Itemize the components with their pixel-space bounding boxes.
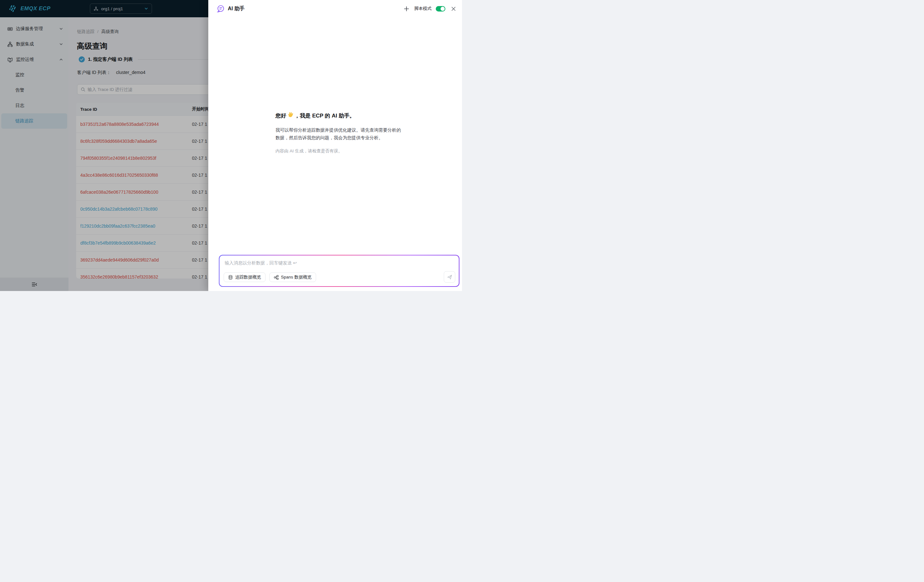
toggle-knob [441, 7, 445, 11]
close-icon [451, 6, 456, 12]
trace-data-overview-button[interactable]: 追踪数据概览 [224, 273, 266, 282]
assistant-welcome-message: 您好，我是 ECP 的 AI 助手。 我可以帮你分析追踪数据并提供优化建议。请先… [276, 112, 401, 159]
new-chat-button[interactable] [403, 5, 410, 13]
message-composer[interactable]: 输入消息以分析数据，回车键发送 ↩ 追踪数据概览 [219, 255, 459, 287]
composer-placeholder: 输入消息以分析数据，回车键发送 ↩ [224, 260, 297, 266]
app-window: EMQX ECP org1 / proj1 边缘服务管理 [0, 0, 462, 291]
plus-icon [403, 6, 409, 12]
send-message-button[interactable] [444, 271, 455, 283]
panel-header: AI 助手 脚本模式 [208, 0, 462, 17]
script-mode-label: 脚本模式 [414, 6, 432, 12]
ai-assistant-panel: AI 助手 脚本模式 您好，我是 ECP 的 AI [208, 0, 462, 291]
database-icon [228, 275, 233, 280]
ai-chat-bubble-icon [216, 5, 225, 13]
script-mode-toggle[interactable] [436, 6, 446, 12]
welcome-body-text: 我可以帮你分析追踪数据并提供优化建议。请先查询需要分析的数据，然后告诉我您的问题… [276, 126, 401, 142]
spans-data-overview-button[interactable]: Spans 数据概览 [269, 273, 316, 282]
send-paper-plane-icon [447, 274, 453, 280]
quick-action-label: Spans 数据概览 [281, 274, 312, 280]
close-panel-button[interactable] [449, 5, 457, 13]
waving-hand-icon [287, 112, 294, 119]
panel-header-actions: 脚本模式 [403, 5, 457, 13]
quick-actions-row: 追踪数据概览 Spans 数据概览 [224, 273, 316, 282]
spans-tree-icon [274, 275, 279, 280]
welcome-heading: 您好，我是 ECP 的 AI 助手。 [276, 112, 401, 120]
ai-disclaimer-text: 内容由 AI 生成，请检查是否有误。 [276, 148, 401, 154]
panel-title: AI 助手 [228, 5, 244, 12]
quick-action-label: 追踪数据概览 [235, 274, 261, 280]
